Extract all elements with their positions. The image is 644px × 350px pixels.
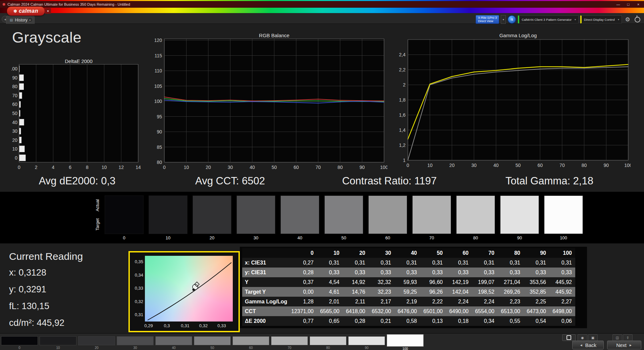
power-button[interactable] bbox=[633, 15, 641, 23]
pattern-level-40-button[interactable]: 40 bbox=[155, 334, 192, 350]
table-corner bbox=[242, 248, 291, 258]
pattern-swatch bbox=[117, 336, 154, 345]
svg-text:100: 100 bbox=[154, 99, 162, 104]
report-button[interactable]: ▣ bbox=[588, 334, 598, 341]
svg-text:10: 10 bbox=[427, 163, 433, 168]
pattern-level-100-button[interactable]: 100 bbox=[387, 334, 424, 350]
table-row-label: y: CIE31 bbox=[242, 268, 291, 277]
layout-button[interactable]: ◫ bbox=[612, 334, 622, 341]
back-button[interactable]: ◄ Back bbox=[572, 341, 604, 349]
pattern-level-label: 20 bbox=[78, 346, 115, 350]
table-col-header: 100 bbox=[549, 248, 575, 258]
maximize-button[interactable]: □ bbox=[623, 1, 633, 8]
swatch-actual bbox=[237, 196, 275, 215]
measurement-marker bbox=[193, 282, 200, 291]
next-button[interactable]: Next ► bbox=[607, 341, 641, 349]
table-cell: 0,33 bbox=[524, 268, 549, 277]
reading-x: x: 0,3128 bbox=[9, 268, 83, 278]
svg-text:14: 14 bbox=[136, 165, 141, 170]
swatch-label: 10 bbox=[149, 235, 187, 240]
pattern-swatch bbox=[40, 336, 76, 345]
display-control-label: Direct Display Control bbox=[584, 18, 615, 21]
table-cell: 6554,00 bbox=[472, 306, 498, 316]
table-cell: 0,33 bbox=[498, 268, 524, 277]
pattern-level-10-button[interactable]: 10 bbox=[40, 334, 76, 350]
gear-icon: ⚙ bbox=[625, 16, 630, 23]
table-cell: 0,65 bbox=[317, 316, 343, 326]
svg-text:70: 70 bbox=[559, 163, 565, 168]
table-cell: 14,76 bbox=[343, 287, 369, 297]
table-cell: 4,54 bbox=[317, 277, 343, 287]
meter-select[interactable]: X-Rite i1Pro 3 Direct View bbox=[476, 15, 499, 24]
table-cell: 0,21 bbox=[369, 316, 394, 326]
swatch-actual bbox=[325, 196, 363, 215]
pattern-level-90-button[interactable]: 90 bbox=[348, 334, 385, 350]
svg-text:110: 110 bbox=[155, 68, 162, 73]
tab-scroll-right-button[interactable]: ▸ bbox=[28, 17, 33, 22]
window-title: Calman 2024 Calman Ultimate for Business… bbox=[7, 2, 130, 6]
grayscale-swatch-30: 30 bbox=[237, 196, 275, 234]
table-row-label: Target Y bbox=[242, 287, 291, 297]
swatch-actual bbox=[369, 196, 407, 215]
svg-text:8: 8 bbox=[86, 165, 89, 170]
capture-button[interactable]: ◉ bbox=[578, 334, 587, 341]
contrast-ratio-stat: Contrast Ratio: 1197 bbox=[342, 175, 437, 187]
swatch-actual bbox=[544, 196, 583, 215]
table-cell: 2,25 bbox=[524, 297, 549, 306]
pattern-source-select[interactable]: CalMAN Client 3 Pattern Generator ▾ bbox=[518, 15, 579, 23]
swatch-label: 60 bbox=[369, 235, 407, 240]
svg-text:80: 80 bbox=[12, 84, 17, 89]
table-cell: 0,06 bbox=[549, 316, 575, 326]
grayscale-swatch-50: 50 bbox=[325, 196, 363, 234]
svg-text:90: 90 bbox=[604, 163, 609, 168]
table-cell: 0,00 bbox=[291, 287, 317, 297]
pattern-level-70-button[interactable]: 70 bbox=[271, 334, 308, 350]
swatch-label: 70 bbox=[413, 235, 451, 240]
table-cell: 0,28 bbox=[291, 268, 317, 277]
calman-app-icon: ✽ bbox=[2, 2, 5, 7]
pattern-swatch bbox=[1, 336, 38, 345]
minimize-button[interactable]: — bbox=[613, 1, 623, 8]
swatch-target bbox=[105, 215, 143, 234]
pattern-level-30-button[interactable]: 30 bbox=[117, 334, 154, 350]
swatch-label: 40 bbox=[281, 235, 319, 240]
table-cell: 0,31 bbox=[317, 258, 343, 268]
grayscale-swatch-100: 100 bbox=[544, 196, 583, 234]
svg-text:12: 12 bbox=[118, 165, 124, 170]
table-row-label: Y bbox=[242, 277, 291, 287]
svg-text:RGB Balance: RGB Balance bbox=[259, 33, 289, 38]
svg-text:1,4: 1,4 bbox=[399, 127, 406, 133]
calman-flower-icon: ✽ bbox=[13, 9, 17, 14]
swatch-label: 50 bbox=[325, 235, 363, 240]
table-cell: 4,61 bbox=[317, 287, 343, 297]
current-reading-panel: Current Reading x: 0,3128 y: 0,3291 fL: … bbox=[9, 251, 83, 335]
table-col-header: 60 bbox=[446, 248, 472, 258]
meter-dropdown-caret[interactable]: ▾ bbox=[501, 15, 506, 24]
svg-text:85: 85 bbox=[157, 144, 162, 150]
svg-text:80: 80 bbox=[337, 165, 343, 170]
settings-button[interactable]: ⚙ bbox=[624, 15, 632, 23]
table-cell: 142,04 bbox=[446, 287, 472, 297]
pattern-level-20-button[interactable]: 20 bbox=[78, 334, 115, 350]
svg-text:10: 10 bbox=[184, 165, 189, 170]
swatch-actual bbox=[457, 196, 495, 215]
power-icon bbox=[635, 17, 640, 22]
calman-menu-caret[interactable]: ▾ bbox=[45, 8, 51, 14]
rainbow-banner bbox=[0, 8, 644, 13]
export-button[interactable]: ⇧ bbox=[623, 334, 633, 341]
pattern-level-50-button[interactable]: 50 bbox=[194, 334, 231, 350]
pattern-level-80-button[interactable]: 80 bbox=[310, 334, 346, 350]
pattern-window-button[interactable] bbox=[562, 334, 576, 341]
calman-logo-button[interactable]: ✽ calman bbox=[7, 6, 45, 16]
pattern-level-0-button[interactable]: 0 bbox=[1, 334, 38, 350]
table-col-header: 50 bbox=[420, 248, 446, 258]
table-cell: 0,33 bbox=[394, 268, 420, 277]
pattern-level-60-button[interactable]: 60 bbox=[232, 334, 269, 350]
display-control-select[interactable]: Direct Display Control ▾ bbox=[580, 15, 622, 23]
cie-y-tick: 0,35 bbox=[130, 259, 143, 264]
svg-text:90: 90 bbox=[12, 75, 17, 80]
i1pro-meter-icon[interactable]: i1 bbox=[507, 15, 516, 24]
close-button[interactable]: × bbox=[633, 1, 643, 8]
table-cell: 2,01 bbox=[317, 297, 343, 306]
svg-text:120: 120 bbox=[154, 38, 162, 43]
